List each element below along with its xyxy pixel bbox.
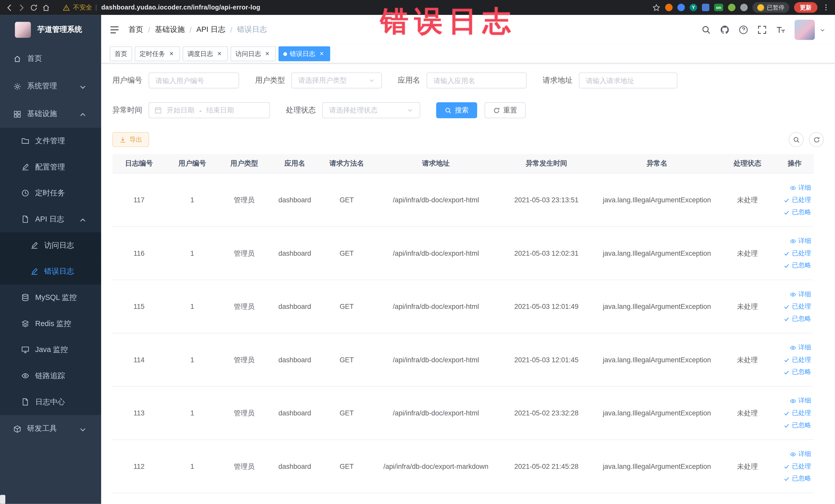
back-icon[interactable]: [5, 3, 13, 11]
extension-icon[interactable]: [728, 4, 735, 11]
reset-button[interactable]: 重置: [485, 102, 526, 118]
action-detail[interactable]: 详细: [778, 397, 811, 405]
cell-time: 2021-05-02 23:32:28: [498, 386, 594, 440]
sidebar-item-dev-tools[interactable]: 研发工具: [0, 415, 101, 443]
close-icon[interactable]: ×: [216, 50, 223, 58]
process-status-select[interactable]: 请选择处理状态: [322, 102, 420, 118]
update-button[interactable]: 更新: [794, 2, 817, 13]
tab-access-log[interactable]: 访问日志×: [230, 46, 276, 61]
action-detail[interactable]: 详细: [778, 343, 811, 352]
action-detail[interactable]: 详细: [778, 290, 811, 299]
sidebar-item-scheduled-tasks[interactable]: 定时任务: [0, 180, 101, 206]
breadcrumb-item[interactable]: 基础设施: [155, 25, 185, 35]
sidebar-item-error-log[interactable]: 错误日志: [0, 258, 101, 284]
doc-icon: [21, 398, 29, 406]
sidebar-item-log-center[interactable]: 日志中心: [0, 389, 101, 415]
action-ignored[interactable]: 已忽略: [778, 314, 811, 323]
action-processed[interactable]: 已处理: [778, 408, 811, 418]
extension-icon[interactable]: [665, 4, 673, 11]
action-detail[interactable]: 详细: [778, 237, 811, 245]
chevron-down-icon[interactable]: [820, 27, 826, 33]
action-detail[interactable]: 详细: [778, 449, 811, 459]
close-icon[interactable]: ×: [318, 50, 325, 58]
action-processed[interactable]: 已处理: [778, 195, 811, 204]
extension-icon[interactable]: Y: [690, 4, 697, 11]
sidebar-item-api-logs[interactable]: API 日志: [0, 206, 101, 233]
fullscreen-icon[interactable]: [757, 25, 767, 35]
app-title: 芋道管理系统: [37, 25, 82, 35]
help-icon[interactable]: [739, 25, 748, 35]
cell-actions: 详细已处理已忽略: [775, 333, 814, 386]
close-icon[interactable]: ×: [264, 50, 271, 58]
action-processed[interactable]: 已处理: [778, 302, 811, 311]
table-row: 1141管理员dashboardGET/api/infra/db-doc/exp…: [113, 333, 814, 386]
sidebar-item-mysql-monitor[interactable]: MySQL 监控: [0, 284, 101, 311]
sidebar-item-system-management[interactable]: 系统管理: [0, 73, 101, 100]
action-processed[interactable]: 已处理: [778, 249, 811, 258]
action-ignored[interactable]: 已忽略: [778, 421, 811, 430]
action-processed[interactable]: 已处理: [778, 462, 811, 471]
bookmark-star-icon[interactable]: [652, 3, 660, 11]
sidebar-item-file-management[interactable]: 文件管理: [0, 128, 101, 154]
eye-icon: [790, 238, 796, 244]
sidebar-item-access-log[interactable]: 访问日志: [0, 233, 101, 259]
range-separator: -: [199, 106, 202, 114]
close-icon[interactable]: ×: [168, 50, 175, 58]
font-size-icon[interactable]: [776, 25, 786, 35]
sidebar-item-redis-monitor[interactable]: Redis 监控: [0, 311, 101, 337]
user-id-input[interactable]: [149, 73, 239, 88]
tab-scheduled-tasks[interactable]: 定时任务×: [135, 46, 180, 61]
home-icon[interactable]: [42, 3, 50, 11]
app-name-input[interactable]: [427, 73, 527, 88]
extension-icon[interactable]: [677, 4, 685, 11]
sidebar-item-home[interactable]: 首页: [0, 45, 101, 73]
github-icon[interactable]: [720, 25, 730, 35]
tab-schedule-log[interactable]: 调度日志×: [183, 46, 228, 61]
extension-icon[interactable]: [702, 4, 709, 11]
breadcrumb-item[interactable]: API 日志: [196, 25, 225, 35]
export-button[interactable]: 导出: [113, 132, 149, 147]
cell-actions: 详细已处理已忽略: [775, 440, 814, 493]
action-ignored[interactable]: 已忽略: [778, 474, 811, 483]
cell-actions: 详细已处理已忽略: [775, 386, 814, 440]
sidebar-item-infrastructure[interactable]: 基础设施: [0, 100, 101, 128]
sidebar-item-java-monitor[interactable]: Java 监控: [0, 337, 101, 363]
hamburger-icon[interactable]: [109, 24, 120, 35]
logo[interactable]: 芋道管理系统: [0, 15, 101, 45]
scrollbar-thumb[interactable]: [0, 495, 5, 504]
security-chip[interactable]: 不安全 |: [63, 3, 97, 12]
action-ignored[interactable]: 已忽略: [778, 208, 811, 217]
sidebar-item-trace[interactable]: 链路追踪: [0, 363, 101, 389]
user-avatar[interactable]: [794, 20, 815, 40]
refresh-button[interactable]: [809, 132, 824, 147]
address-bar[interactable]: dashboard.yudao.iocoder.cn/infra/log/api…: [101, 4, 260, 11]
search-icon[interactable]: [701, 25, 711, 35]
action-label: 已忽略: [792, 474, 811, 483]
action-ignored[interactable]: 已忽略: [778, 368, 811, 377]
action-processed[interactable]: 已处理: [778, 355, 811, 364]
tab-home[interactable]: 首页: [109, 46, 132, 61]
forward-icon[interactable]: [18, 3, 25, 11]
action-detail[interactable]: 详细: [778, 183, 811, 192]
action-ignored[interactable]: 已忽略: [778, 261, 811, 270]
breadcrumb-item[interactable]: 首页: [128, 25, 143, 35]
navbar: 首页 / 基础设施 / API 日志 / 错误日志: [101, 15, 835, 45]
toggle-search-button[interactable]: [789, 132, 804, 147]
paused-badge[interactable]: 已暂停: [753, 2, 789, 13]
user-type-select[interactable]: 请选择用户类型: [291, 73, 382, 88]
eye-icon: [790, 451, 796, 457]
filter-row-2: 异常时间 开始日期 - 结束日期 处理状态 请选择处理状态: [113, 102, 824, 118]
tab-error-log[interactable]: 错误日志×: [279, 46, 330, 61]
extension-on-badge[interactable]: on: [714, 4, 723, 11]
sidebar-item-config-management[interactable]: 配置管理: [0, 154, 101, 180]
cell-time: 2021-05-03 12:01:49: [498, 280, 594, 333]
browser-menu-icon[interactable]: [822, 4, 830, 11]
chevron-down-icon: [407, 107, 413, 114]
request-url-input[interactable]: [579, 73, 677, 88]
search-button[interactable]: 搜索: [436, 102, 477, 118]
reload-icon[interactable]: [30, 3, 38, 11]
sidebar-item-label: 研发工具: [27, 424, 57, 434]
date-range-picker[interactable]: 开始日期 - 结束日期: [149, 102, 270, 118]
extension-icon[interactable]: [740, 4, 748, 11]
action-label: 已忽略: [792, 208, 811, 217]
